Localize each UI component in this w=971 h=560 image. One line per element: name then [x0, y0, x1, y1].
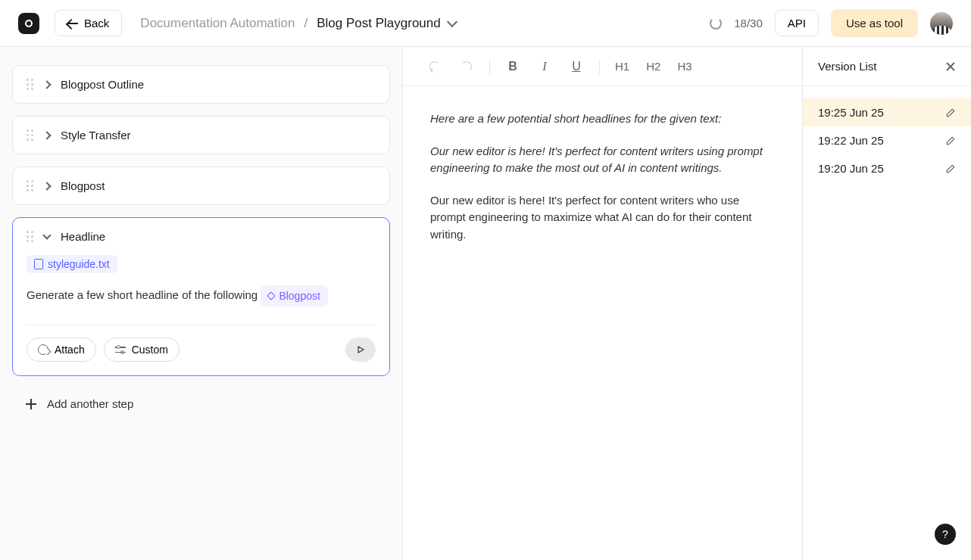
version-item[interactable]: 19:20 Jun 25	[803, 154, 971, 182]
step-card-blogpost-outline[interactable]: Blogpost Outline	[12, 65, 390, 104]
step-title: Style Transfer	[61, 129, 131, 142]
chevron-right-icon[interactable]	[42, 131, 51, 139]
bold-button[interactable]: B	[499, 53, 526, 80]
custom-button[interactable]: Custom	[104, 338, 180, 362]
chevron-right-icon[interactable]	[42, 182, 51, 190]
use-as-tool-button[interactable]: Use as tool	[831, 9, 918, 37]
step-title: Blogpost	[61, 179, 105, 192]
app-logo[interactable]	[18, 13, 39, 34]
user-avatar[interactable]	[930, 12, 953, 35]
version-item[interactable]: 19:25 Jun 25	[803, 98, 971, 126]
drag-handle-icon[interactable]	[27, 79, 33, 90]
version-list: 19:25 Jun 25 19:22 Jun 25 19:20 Jun 25	[803, 86, 971, 194]
version-panel: Version List 19:25 Jun 25 19:22 Jun 25 1…	[803, 47, 971, 560]
edit-icon[interactable]	[945, 107, 956, 118]
usage-counter: 18/30	[734, 17, 763, 30]
edit-icon[interactable]	[945, 135, 956, 146]
api-button[interactable]: API	[775, 10, 819, 36]
editor-paragraph: Our new editor is here! It's perfect for…	[430, 143, 775, 177]
step-card-style-transfer[interactable]: Style Transfer	[12, 116, 390, 154]
app-header: Back Documentation Automation / Blog Pos…	[0, 0, 971, 47]
undo-button[interactable]	[421, 53, 448, 80]
help-button[interactable]: ?	[935, 524, 956, 545]
close-icon[interactable]	[945, 61, 956, 72]
step-card-blogpost[interactable]: Blogpost	[12, 166, 390, 205]
breadcrumb-parent[interactable]: Documentation Automation	[140, 16, 295, 31]
editor-paragraph: Our new editor is here! It's perfect for…	[430, 192, 775, 244]
add-step-button[interactable]: Add another step	[12, 388, 390, 419]
version-panel-title: Version List	[818, 60, 877, 73]
attach-button[interactable]: Attach	[27, 338, 96, 362]
attachment-chip[interactable]: styleguide.txt	[27, 255, 117, 273]
editor-panel: B I U H1 H2 H3 Here are a few potential …	[403, 47, 803, 560]
attachment-name: styleguide.txt	[48, 258, 110, 270]
step-card-headline[interactable]: Headline styleguide.txt Generate a few s…	[12, 217, 390, 376]
edit-icon[interactable]	[945, 163, 956, 174]
breadcrumb: Documentation Automation / Blog Post Pla…	[140, 16, 455, 31]
prompt-input[interactable]: Generate a few short headline of the fol…	[27, 285, 376, 325]
play-icon	[355, 344, 366, 355]
toolbar-separator	[599, 59, 600, 74]
italic-button[interactable]: I	[531, 53, 558, 80]
drag-handle-icon[interactable]	[27, 180, 33, 191]
reference-chip[interactable]: Blogpost	[261, 285, 327, 306]
chevron-down-icon	[447, 16, 457, 26]
underline-button[interactable]: U	[563, 53, 590, 80]
run-step-button[interactable]	[345, 338, 376, 362]
chevron-right-icon[interactable]	[42, 80, 51, 89]
version-timestamp: 19:25 Jun 25	[818, 106, 884, 119]
h2-button[interactable]: H2	[640, 53, 667, 80]
file-icon	[34, 259, 43, 269]
arrow-left-icon	[67, 23, 78, 24]
step-title: Headline	[61, 230, 105, 243]
attach-icon	[38, 344, 48, 355]
diamond-icon	[267, 292, 276, 300]
redo-icon	[461, 61, 472, 72]
undo-icon	[429, 61, 440, 72]
version-item[interactable]: 19:22 Jun 25	[803, 126, 971, 154]
toolbar-separator	[489, 59, 490, 74]
plus-icon	[26, 399, 36, 409]
editor-paragraph: Here are a few potential short headlines…	[430, 110, 775, 128]
editor-toolbar: B I U H1 H2 H3	[403, 47, 802, 86]
drag-handle-icon[interactable]	[27, 231, 33, 242]
redo-button[interactable]	[453, 53, 480, 80]
chevron-down-icon[interactable]	[42, 231, 51, 239]
steps-sidebar: Blogpost Outline Style Transfer Blogpost…	[0, 47, 403, 560]
version-timestamp: 19:20 Jun 25	[818, 162, 884, 175]
back-button[interactable]: Back	[55, 10, 122, 36]
version-timestamp: 19:22 Jun 25	[818, 134, 884, 147]
editor-content[interactable]: Here are a few potential short headlines…	[403, 86, 802, 560]
back-label: Back	[84, 17, 109, 30]
usage-spinner-icon	[710, 17, 722, 30]
h1-button[interactable]: H1	[609, 53, 635, 80]
step-title: Blogpost Outline	[61, 78, 144, 91]
sliders-icon	[115, 344, 126, 355]
breadcrumb-separator: /	[304, 16, 308, 31]
drag-handle-icon[interactable]	[27, 129, 33, 141]
breadcrumb-current[interactable]: Blog Post Playground	[317, 16, 456, 31]
h3-button[interactable]: H3	[671, 53, 698, 80]
